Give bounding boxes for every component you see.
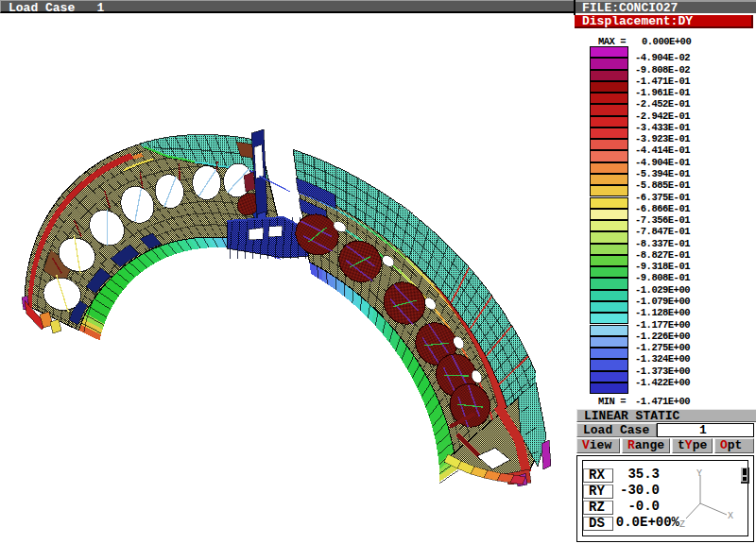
svg-text:X: X	[728, 511, 733, 521]
svg-text:Y: Y	[696, 468, 702, 479]
svg-text:Z: Z	[679, 519, 685, 530]
